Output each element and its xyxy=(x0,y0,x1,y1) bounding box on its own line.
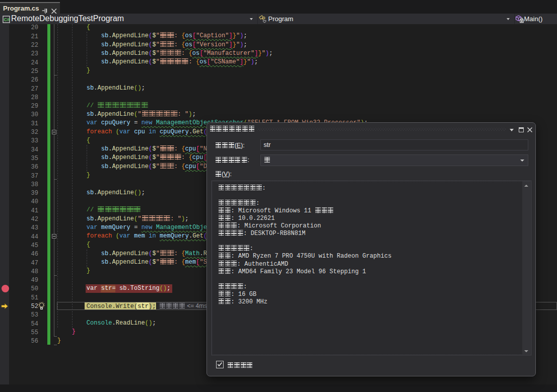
svg-text:C#: C# xyxy=(4,17,10,22)
